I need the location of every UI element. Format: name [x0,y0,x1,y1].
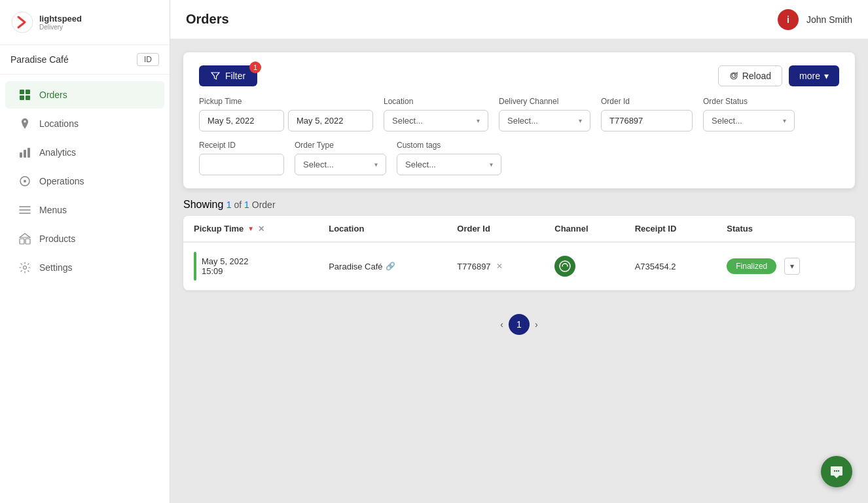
results-summary: Showing 1 of 1 Order [183,188,855,216]
showing-prefix: Showing [183,199,226,210]
products-icon [18,232,31,245]
filter-row-2: Receipt ID Order Type Select... ▾ Custom… [199,141,839,175]
workspace-row: Paradise Café ID [0,45,170,75]
location-chevron-icon: ▾ [477,117,480,124]
reload-icon [729,71,738,80]
clear-order-id-icon[interactable]: ✕ [496,262,503,271]
orders-table-container: Pickup Time ▼ ✕ Location Order Id Channe… [183,216,855,290]
results-count-total: 1 [244,199,249,210]
nav-list: Orders Locations Analytics Operations [0,75,170,503]
topbar: Orders i John Smith [170,0,868,39]
pickup-time-label: Pickup Time [199,97,373,106]
delivery-channel-chevron-icon: ▾ [579,117,582,124]
sidebar-item-menus-label: Menus [39,205,67,215]
sidebar-item-operations[interactable]: Operations [5,167,164,195]
user-name: John Smith [806,14,852,25]
location-group: Location Select... ▾ [384,97,488,131]
location-select[interactable]: Select... ▾ [384,110,488,131]
more-label: more [799,71,820,81]
th-location: Location [318,216,446,242]
pickup-from-input[interactable] [199,110,284,131]
reload-button[interactable]: Reload [718,65,782,86]
orders-table: Pickup Time ▼ ✕ Location Order Id Channe… [183,216,855,290]
custom-tags-chevron-icon: ▾ [490,161,493,168]
cell-pickup-time: May 5, 2022 15:09 [183,242,318,290]
delivery-channel-label: Delivery Channel [499,97,590,106]
page-title: Orders [186,12,229,27]
cell-order-id: T776897 ✕ [446,242,544,290]
workspace-id-button[interactable]: ID [137,53,159,66]
th-receipt-id: Receipt ID [624,216,717,242]
page-1-button[interactable]: 1 [509,314,530,335]
order-status-value: Select... [712,116,742,126]
svg-rect-2 [26,90,30,94]
svg-rect-11 [26,239,30,244]
order-type-chevron-icon: ▾ [374,161,378,168]
logo-text: lightspeed [39,14,82,24]
order-type-label: Order Type [295,141,386,150]
pickup-to-input[interactable] [288,110,373,131]
delivery-channel-select[interactable]: Select... ▾ [499,110,590,131]
sidebar: lightspeed Delivery Paradise Café ID Ord… [0,0,170,503]
sidebar-item-products-label: Products [39,234,75,244]
custom-tags-group: Custom tags Select... ▾ [397,141,501,175]
filter-row-1: Pickup Time Location Select... ▾ [199,97,839,131]
results-of: of [232,199,244,210]
sidebar-item-orders[interactable]: Orders [5,81,164,109]
receipt-id-input[interactable] [199,154,284,175]
location-label: Location [384,97,488,106]
order-status-select[interactable]: Select... ▾ [703,110,795,131]
svg-rect-7 [27,148,30,158]
order-type-select[interactable]: Select... ▾ [295,154,386,175]
receipt-id-group: Receipt ID [199,141,284,175]
cell-channel [544,242,624,290]
workspace-name: Paradise Café [10,54,69,65]
more-button[interactable]: more ▾ [789,65,839,86]
logo-sub: Delivery [39,24,82,31]
sidebar-item-orders-label: Orders [39,90,67,100]
delivery-channel-group: Delivery Channel Select... ▾ [499,97,590,131]
cell-status: Finalized ▾ [716,242,855,290]
support-bubble[interactable] [821,456,852,487]
filter-top-row: Filter 1 Reload more ▾ [199,65,839,86]
status-dropdown-button[interactable]: ▾ [784,258,800,275]
cell-receipt-id: A735454.2 [624,242,717,290]
content-area: Filter 1 Reload more ▾ [170,39,868,503]
svg-marker-12 [20,234,30,237]
status-bar [194,252,196,281]
date-range [199,110,373,131]
sidebar-item-analytics[interactable]: Analytics [5,139,164,166]
menu-icon [18,203,31,217]
svg-rect-10 [20,239,24,244]
link-icon[interactable]: 🔗 [386,262,395,271]
chevron-down-icon: ▾ [824,71,829,81]
prev-page-button[interactable]: ‹ [500,319,503,330]
sidebar-item-menus[interactable]: Menus [5,196,164,224]
location-icon [18,117,31,130]
sidebar-item-products[interactable]: Products [5,225,164,252]
order-id-input[interactable] [601,110,693,131]
th-pickup-time: Pickup Time ▼ ✕ [183,216,318,242]
sort-desc-icon[interactable]: ▼ [247,225,254,232]
main-content: Orders i John Smith Filter 1 Reload [170,0,868,503]
custom-tags-select[interactable]: Select... ▾ [397,154,501,175]
clear-filter-icon[interactable]: ✕ [258,224,264,234]
table-icon [18,88,31,101]
order-status-chevron-icon: ▾ [783,117,786,124]
order-id-group: Order Id [601,97,693,131]
order-id-label: Order Id [601,97,693,106]
filter-panel: Filter 1 Reload more ▾ [183,52,855,188]
sidebar-item-settings-label: Settings [39,262,73,273]
filter-button[interactable]: Filter 1 [199,65,257,86]
results-order-text: Order [249,199,276,210]
filter-button-label: Filter [225,71,245,81]
avatar: i [778,9,799,30]
svg-point-17 [838,470,839,472]
sidebar-item-settings[interactable]: Settings [5,254,164,281]
th-status: Status [716,216,855,242]
svg-rect-4 [26,95,30,100]
svg-rect-1 [20,90,24,94]
status-badge: Finalized [727,258,776,274]
next-page-button[interactable]: › [535,319,538,330]
sidebar-item-locations[interactable]: Locations [5,110,164,137]
